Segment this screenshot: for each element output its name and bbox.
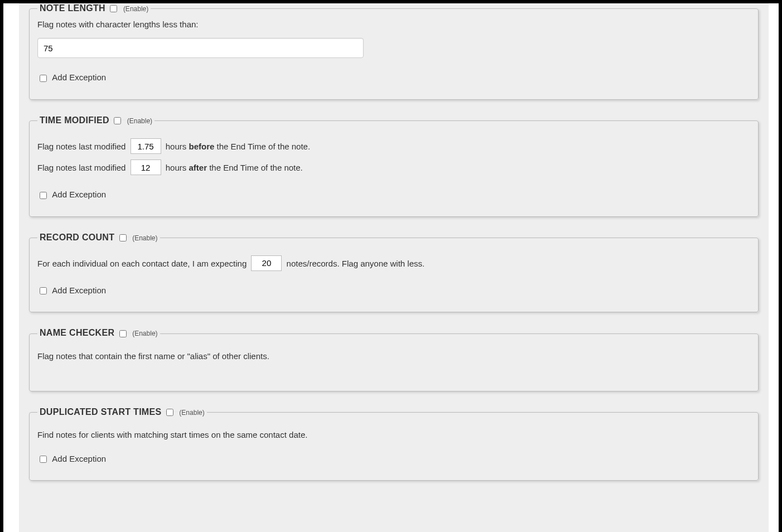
time-modified-exception-checkbox[interactable] bbox=[40, 192, 47, 199]
time-modified-section: TIME MODIFIED (Enable) Flag notes last m… bbox=[29, 115, 759, 217]
settings-panel: NOTE LENGTH (Enable) Flag notes with cha… bbox=[19, 3, 769, 532]
name-checker-enable-checkbox[interactable] bbox=[119, 330, 127, 337]
name-checker-desc: Flag notes that contain the first name o… bbox=[37, 351, 750, 361]
tm-after-bold: after bbox=[189, 163, 207, 172]
record-count-section: RECORD COUNT (Enable) For each individua… bbox=[29, 233, 759, 313]
dup-start-title: DUPLICATED START TIMES bbox=[40, 407, 161, 417]
tm-after-suffix: the End Time of the note. bbox=[209, 163, 303, 172]
tm-after-mid: hours bbox=[166, 163, 187, 172]
dup-start-add-exception: Add Exception bbox=[37, 454, 750, 465]
time-modified-enable-checkbox[interactable] bbox=[114, 117, 121, 124]
record-count-exception-checkbox[interactable] bbox=[40, 287, 47, 294]
record-count-enable-checkbox[interactable] bbox=[119, 234, 127, 241]
dup-start-enable-checkbox[interactable] bbox=[166, 409, 173, 416]
time-modified-after-row: Flag notes last modified hours after the… bbox=[37, 159, 750, 175]
dup-start-desc: Find notes for clients with matching sta… bbox=[37, 430, 750, 439]
name-checker-title: NAME CHECKER bbox=[40, 328, 114, 337]
record-count-legend: RECORD COUNT (Enable) bbox=[37, 233, 160, 243]
tm-before-suffix: the End Time of the note. bbox=[216, 142, 310, 151]
time-modified-exception-label: Add Exception bbox=[52, 190, 106, 199]
note-length-exception-checkbox[interactable] bbox=[40, 75, 47, 82]
record-count-title: RECORD COUNT bbox=[40, 233, 114, 242]
dup-start-enable-label: (Enable) bbox=[179, 408, 204, 416]
note-length-title: NOTE LENGTH bbox=[40, 3, 105, 13]
tm-before-mid: hours bbox=[166, 142, 187, 151]
rc-input[interactable] bbox=[251, 255, 282, 271]
dup-start-section: DUPLICATED START TIMES (Enable) Find not… bbox=[29, 407, 759, 481]
record-count-exception-label: Add Exception bbox=[52, 286, 106, 295]
note-length-input[interactable] bbox=[37, 38, 364, 58]
tm-before-bold: before bbox=[189, 142, 214, 151]
rc-suffix: notes/records. Flag anyone with less. bbox=[287, 258, 425, 268]
dup-start-legend: DUPLICATED START TIMES (Enable) bbox=[37, 407, 207, 418]
record-count-row: For each individual on each contact date… bbox=[37, 255, 750, 271]
note-length-enable-checkbox[interactable] bbox=[110, 5, 117, 12]
tm-before-prefix: Flag notes last modified bbox=[37, 142, 125, 151]
note-length-exception-label: Add Exception bbox=[52, 72, 106, 82]
dup-start-exception-label: Add Exception bbox=[52, 454, 106, 463]
time-modified-enable-label: (Enable) bbox=[127, 117, 152, 125]
note-length-enable-label: (Enable) bbox=[123, 5, 148, 13]
rc-prefix: For each individual on each contact date… bbox=[37, 258, 247, 268]
record-count-add-exception: Add Exception bbox=[37, 286, 750, 297]
note-length-desc: Flag notes with character lengths less t… bbox=[37, 20, 750, 29]
name-checker-legend: NAME CHECKER (Enable) bbox=[37, 328, 160, 338]
time-modified-add-exception: Add Exception bbox=[37, 190, 750, 201]
note-length-section: NOTE LENGTH (Enable) Flag notes with cha… bbox=[29, 3, 759, 100]
time-modified-legend: TIME MODIFIED (Enable) bbox=[37, 115, 155, 126]
note-length-add-exception: Add Exception bbox=[37, 72, 750, 84]
record-count-enable-label: (Enable) bbox=[132, 234, 157, 241]
tm-before-input[interactable] bbox=[131, 138, 161, 154]
tm-after-input[interactable] bbox=[131, 159, 161, 175]
time-modified-before-row: Flag notes last modified hours before th… bbox=[37, 138, 750, 154]
time-modified-title: TIME MODIFIED bbox=[40, 115, 109, 125]
name-checker-section: NAME CHECKER (Enable) Flag notes that co… bbox=[29, 328, 759, 391]
note-length-legend: NOTE LENGTH (Enable) bbox=[37, 3, 151, 14]
page-container: NOTE LENGTH (Enable) Flag notes with cha… bbox=[3, 3, 779, 532]
name-checker-enable-label: (Enable) bbox=[132, 330, 157, 337]
tm-after-prefix: Flag notes last modified bbox=[37, 163, 125, 172]
dup-start-exception-checkbox[interactable] bbox=[40, 456, 47, 463]
